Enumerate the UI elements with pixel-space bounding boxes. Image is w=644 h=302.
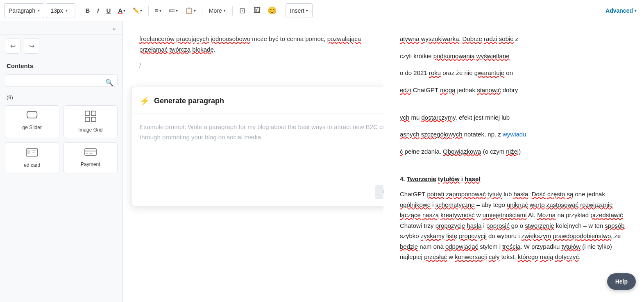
right-para-6: asnych szczegółowych notatek, np. z wywi… <box>400 129 628 140</box>
redo-button[interactable]: ↪ <box>24 38 39 54</box>
svg-rect-9 <box>32 150 36 151</box>
editor-content[interactable]: freelancerów pracujących jednoosobowo mo… <box>123 21 383 302</box>
right-para-4: edzi ChatGPT mogą jednak stanowić dobry <box>400 85 628 95</box>
redo-icon: ↪ <box>29 42 34 50</box>
pen-icon: ✏️ <box>133 7 139 14</box>
more-chevron: ▾ <box>224 9 226 13</box>
text-color-button[interactable]: A ▾ <box>115 4 128 17</box>
generate-button[interactable]: ↻ Generate <box>375 185 383 199</box>
svg-rect-6 <box>91 117 96 122</box>
text-color-icon: A <box>118 7 122 14</box>
divider-5 <box>282 6 282 16</box>
sidebar-collapse-button[interactable]: « <box>111 25 118 33</box>
insert-button[interactable]: Insert ▾ <box>286 3 313 18</box>
italic-button[interactable]: I <box>94 4 102 17</box>
left-editor-area: freelancerów pracujących jednoosobowo mo… <box>123 21 383 302</box>
sidebar-item-payment[interactable]: Payment <box>63 142 118 173</box>
paragraph-format-chevron: ▾ <box>38 8 40 13</box>
svg-rect-14 <box>89 153 93 154</box>
modal-title: Generate paragraph <box>154 95 224 107</box>
sidebar-item-image-slider[interactable]: ge Slider <box>5 105 59 138</box>
help-button[interactable]: Help <box>607 273 636 290</box>
text-color-chevron: ▾ <box>123 9 125 13</box>
right-para-7: ć pełne zdania. Obowiązkowa (o czym niże… <box>400 146 628 157</box>
main-layout: « ↩ ↪ Contents 🔍 (9) <box>0 21 644 302</box>
right-para-2: czyli krótkie podsumowania wyświetlane <box>400 51 628 61</box>
image-grid-label: Image Grid <box>78 127 102 133</box>
collapse-icon: « <box>113 25 116 32</box>
paragraph-format-select[interactable]: Paragraph ▾ <box>4 3 44 18</box>
card-icon <box>26 148 38 160</box>
font-size-select[interactable]: 13px ▾ <box>46 3 75 18</box>
resize-icon-button[interactable]: ⊡ <box>236 4 249 17</box>
font-size-chevron: ▾ <box>66 8 68 13</box>
modal-header: ⚡ Generate paragraph × <box>132 87 383 114</box>
emoji-icon: 😊 <box>268 6 277 15</box>
bold-button[interactable]: B <box>82 4 93 17</box>
editor-intro-text: freelancerów pracujących jednoosobowo mo… <box>139 34 367 54</box>
right-heading-4: 4. Tworzenie tytułów i haseł <box>400 174 628 184</box>
svg-rect-0 <box>27 111 36 118</box>
sidebar-item-image-grid[interactable]: Image Grid <box>63 105 118 138</box>
underline-button[interactable]: U <box>103 4 113 17</box>
undo-button[interactable]: ↩ <box>5 38 20 54</box>
svg-rect-13 <box>86 153 88 154</box>
highlight-button[interactable]: ✏️ ▾ <box>130 4 145 17</box>
numbered-chevron: ▾ <box>194 9 196 13</box>
image-icon: 🖼 <box>254 6 261 15</box>
align-chevron: ▾ <box>159 9 161 13</box>
divider-3 <box>202 6 202 16</box>
help-label: Help <box>615 278 628 285</box>
svg-rect-1 <box>26 113 28 116</box>
insert-chevron: ▾ <box>306 9 308 13</box>
resize-icon: ⊡ <box>239 6 245 15</box>
bolt-icon: ⚡ <box>140 94 150 108</box>
sidebar-actions: ↩ ↪ <box>0 35 122 57</box>
right-para-5: ych mu dostarczymy, efekt jest mniej lub <box>400 112 628 123</box>
right-body-para: ChatGPT potrafi zaproponować tytuły lub … <box>400 189 628 262</box>
right-para-3: o do 2021 roku oraz że nie gwarantuje on <box>400 68 628 78</box>
refresh-icon: ↻ <box>382 189 383 195</box>
right-content-area: atywna wyszukiwarka. Dobrze radzi sobie … <box>383 21 644 302</box>
sidebar-contents-label: Contents <box>0 57 122 73</box>
image-slider-label: ge Slider <box>23 125 42 130</box>
undo-icon: ↩ <box>10 42 16 50</box>
search-icon: 🔍 <box>105 78 113 86</box>
svg-rect-12 <box>85 150 96 152</box>
right-para-1: atywna wyszukiwarka. Dobrze radzi sobie … <box>400 34 628 44</box>
modal-body[interactable]: Example prompt: Write a paragraph for my… <box>132 114 383 179</box>
payment-icon <box>84 148 97 159</box>
modal-footer: ↻ Generate <box>132 179 383 206</box>
more-button[interactable]: More ▾ <box>206 4 229 17</box>
sidebar: « ↩ ↪ Contents 🔍 (9) <box>0 21 123 302</box>
editor-toolbar: Paragraph ▾ 13px ▾ B I U A ▾ ✏️ ▾ <box>0 0 644 21</box>
font-size-label: 13px <box>50 7 63 14</box>
bullet-list-button[interactable]: ≔ ▾ <box>166 4 181 17</box>
bullet-list-icon: ≔ <box>169 7 175 14</box>
image-slider-icon <box>26 111 38 122</box>
advanced-button[interactable]: Advanced ▾ <box>602 3 640 18</box>
advanced-chevron: ▾ <box>635 9 637 13</box>
sidebar-item-card[interactable]: ed card <box>5 142 59 173</box>
numbered-list-button[interactable]: 📋 ▾ <box>182 4 199 17</box>
emoji-button[interactable]: 😊 <box>265 4 279 17</box>
align-icon: ≡ <box>155 7 159 14</box>
right-editor: atywna wyszukiwarka. Dobrze radzi sobie … <box>383 21 644 302</box>
svg-rect-4 <box>91 111 96 116</box>
modal-title-row: ⚡ Generate paragraph <box>140 94 224 108</box>
bullet-chevron: ▾ <box>176 9 178 13</box>
svg-rect-2 <box>36 113 38 116</box>
divider-4 <box>232 6 233 16</box>
svg-rect-8 <box>27 150 30 154</box>
align-button[interactable]: ≡ ▾ <box>152 4 164 17</box>
payment-label: Payment <box>81 161 100 167</box>
modal-prompt-text: Example prompt: Write a paragraph for my… <box>140 122 383 143</box>
more-label: More <box>209 7 222 14</box>
numbered-list-icon: 📋 <box>185 7 193 14</box>
divider-1 <box>79 6 79 16</box>
advanced-label: Advanced <box>605 7 633 14</box>
card-label: ed card <box>24 162 40 168</box>
image-insert-button[interactable]: 🖼 <box>251 4 264 17</box>
sidebar-search-area: 🔍 <box>0 73 122 92</box>
search-input[interactable] <box>5 74 118 87</box>
